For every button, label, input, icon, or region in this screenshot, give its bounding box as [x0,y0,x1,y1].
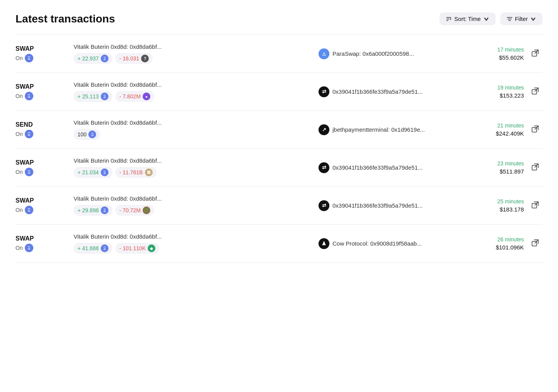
token-pill: + 22.937Ξ [74,53,112,64]
token-amount: + 25.113 [78,93,99,100]
tx-address-col: Vitalik Buterin 0xd8d: 0xd8da6bf...+ 25.… [74,81,311,102]
tx-type-col: SWAPOnΞ [16,235,66,252]
protocol-name[interactable]: jbethpaymentterminal: 0x1d9619e... [332,126,425,133]
eth-badge: Ξ [25,244,33,252]
token-amount: - 7.802M [119,93,141,100]
tx-time-col: 25 minutes$183.178 [474,198,524,213]
table-row: SENDOnΞVitalik Buterin 0xd8d: 0xd8da6bf.… [16,111,542,149]
tx-tokens: + 21.034Ξ- 11.761B🖼 [74,167,311,178]
tx-address-col: Vitalik Buterin 0xd8d: 0xd8da6bf...+ 21.… [74,157,311,178]
filter-chevron-icon [530,16,536,22]
token-amount: + 41.688 [78,245,99,251]
tx-value: $101.096K [474,244,524,251]
external-link-icon[interactable] [532,50,539,57]
tx-from-address[interactable]: Vitalik Buterin 0xd8d: 0xd8da6bf... [74,195,311,202]
protocol-name[interactable]: 0x39041f1b366fe33f9a5a79de51... [332,164,423,171]
tx-type-col: SENDOnΞ [16,121,66,138]
protocol-name[interactable]: 0x39041f1b366fe33f9a5a79de51... [332,88,423,95]
tx-protocol-col: ↗jbethpaymentterminal: 0x1d9619e... [319,124,466,135]
eth-badge: Ξ [25,92,33,100]
tx-link-col [532,50,542,58]
sort-button[interactable]: Sort: Time [439,12,495,25]
tx-protocol: ⇄0x39041f1b366fe33f9a5a79de51... [319,200,466,211]
tx-from-address[interactable]: Vitalik Buterin 0xd8d: 0xd8da6bf... [74,119,311,126]
tx-link-col [532,163,542,172]
tx-type-sub: OnΞ [16,206,66,214]
token-amount: - 70.72M [119,207,141,213]
tx-tokens: + 41.688Ξ- 101.110K◆ [74,243,311,254]
token-amount: + 29.898 [78,207,99,213]
tx-time-col: 21 minutes$242.409K [474,122,524,137]
external-link-icon[interactable] [532,88,539,95]
tx-time-col: 19 minutes$153.223 [474,84,524,99]
protocol-name[interactable]: 0x39041f1b366fe33f9a5a79de51... [332,202,423,209]
tx-from-address[interactable]: Vitalik Buterin 0xd8d: 0xd8da6bf... [74,43,311,50]
filter-icon [506,16,513,22]
external-link-icon[interactable] [532,201,539,208]
tx-value: $511.897 [474,168,524,175]
protocol-name[interactable]: Cow Protocol: 0x9008d19f58aab... [332,240,422,247]
tx-time: 17 minutes [474,46,524,53]
token-icon: Ξ [101,244,108,252]
header-controls: Sort: Time Filter [439,12,542,25]
external-link-icon[interactable] [532,239,539,246]
tx-protocol: ⇄0x39041f1b366fe33f9a5a79de51... [319,86,466,97]
tx-address-col: Vitalik Buterin 0xd8d: 0xd8da6bf...+ 41.… [74,233,311,254]
tx-time: 25 minutes [474,198,524,205]
tx-value: $242.409K [474,130,524,137]
protocol-icon: ⇄ [319,86,329,97]
token-pill: 100Ξ [74,129,100,140]
table-row: SWAPOnΞVitalik Buterin 0xd8d: 0xd8da6bf.… [16,225,542,263]
protocol-icon: ⇄ [319,200,329,211]
tx-type-label: SWAP [16,159,66,166]
table-row: SWAPOnΞVitalik Buterin 0xd8d: 0xd8da6bf.… [16,187,542,225]
token-pill: - 70.72M🌿 [115,205,154,216]
tx-tokens: + 29.898Ξ- 70.72M🌿 [74,205,311,216]
tx-address-col: Vitalik Buterin 0xd8d: 0xd8da6bf...+ 22.… [74,43,311,64]
token-icon: ● [143,93,150,100]
eth-badge: Ξ [25,168,33,176]
tx-protocol: ⇄0x39041f1b366fe33f9a5a79de51... [319,162,466,173]
eth-badge: Ξ [25,54,33,62]
tx-from-address[interactable]: Vitalik Buterin 0xd8d: 0xd8da6bf... [74,81,311,88]
external-link-icon[interactable] [532,126,539,132]
tx-tokens: + 25.113Ξ- 7.802M● [74,91,311,102]
tx-type-sub: OnΞ [16,130,66,138]
tx-time-col: 17 minutes$55.602K [474,46,524,61]
token-pill: + 21.034Ξ [74,167,112,178]
protocol-icon: △ [319,48,329,59]
tx-protocol-col: △ParaSwap: 0x6a000f2000598... [319,48,466,59]
token-icon: ? [141,55,149,62]
eth-badge: Ξ [25,206,33,214]
tx-link-col [532,201,542,210]
sort-icon [446,16,452,22]
eth-badge: Ξ [25,130,33,138]
filter-button[interactable]: Filter [500,12,542,25]
tx-from-address[interactable]: Vitalik Buterin 0xd8d: 0xd8da6bf... [74,233,311,240]
protocol-name[interactable]: ParaSwap: 0x6a000f2000598... [332,50,414,57]
token-amount: - 101.110K [119,245,146,251]
table-row: SWAPOnΞVitalik Buterin 0xd8d: 0xd8da6bf.… [16,149,542,187]
tx-protocol: ↗jbethpaymentterminal: 0x1d9619e... [319,124,466,135]
tx-link-col [532,239,542,248]
tx-type-col: SWAPOnΞ [16,45,66,62]
tx-type-col: SWAPOnΞ [16,197,66,214]
token-pill: - 11.761B🖼 [115,167,157,178]
protocol-icon: ♟ [319,238,329,249]
tx-time: 19 minutes [474,84,524,91]
token-amount: - 11.761B [119,169,143,175]
tx-protocol-col: ♟Cow Protocol: 0x9008d19f58aab... [319,238,466,249]
token-amount: + 21.034 [78,169,99,175]
tx-type-label: SWAP [16,197,66,204]
tx-protocol-col: ⇄0x39041f1b366fe33f9a5a79de51... [319,162,466,173]
token-pill: - 16.031? [115,53,153,64]
tx-type-label: SEND [16,121,66,128]
token-icon: Ξ [101,93,108,100]
token-amount: + 22.937 [78,55,99,62]
token-amount: 100 [78,131,86,138]
external-link-icon[interactable] [532,163,539,170]
token-icon: Ξ [101,206,108,214]
page-title: Latest transactions [16,13,115,25]
tx-from-address[interactable]: Vitalik Buterin 0xd8d: 0xd8da6bf... [74,157,311,164]
tx-tokens: 100Ξ [74,129,311,140]
